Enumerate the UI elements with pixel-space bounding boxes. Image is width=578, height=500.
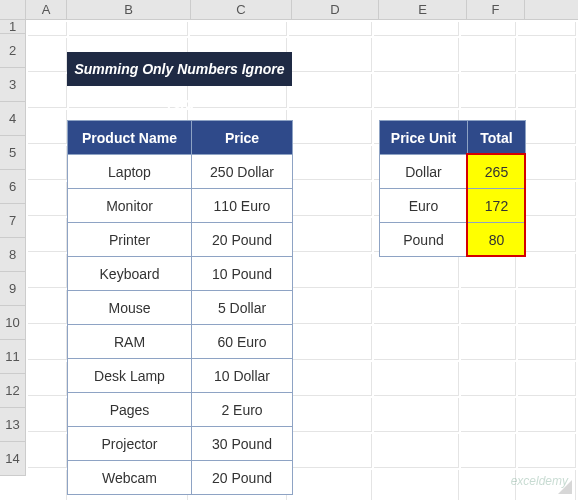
header-unit[interactable]: Price Unit [380, 121, 468, 155]
table-row: Mouse5 Dollar [68, 291, 293, 325]
table-row: Desk Lamp10 Dollar [68, 359, 293, 393]
cell-price[interactable]: 20 Pound [192, 461, 293, 495]
row-header-8[interactable]: 8 [0, 238, 26, 272]
row-header-9[interactable]: 9 [0, 272, 26, 306]
cell-product[interactable]: RAM [68, 325, 192, 359]
row-header-4[interactable]: 4 [0, 102, 26, 136]
cell-product[interactable]: Monitor [68, 189, 192, 223]
cell-price[interactable]: 10 Pound [192, 257, 293, 291]
cell-product[interactable]: Keyboard [68, 257, 192, 291]
cell-price[interactable]: 2 Euro [192, 393, 293, 427]
col-header-C[interactable]: C [191, 0, 292, 19]
col-header-A[interactable]: A [26, 0, 67, 19]
row-header-6[interactable]: 6 [0, 170, 26, 204]
totals-table: Price Unit Total Dollar265 Euro172 Pound… [379, 120, 526, 257]
cell-unit[interactable]: Euro [380, 189, 468, 223]
table-row: RAM60 Euro [68, 325, 293, 359]
row-header-col: 1 2 3 4 5 6 7 8 9 10 11 12 13 14 [0, 20, 26, 476]
spreadsheet-viewport: A B C D E F 1 2 3 4 5 6 7 8 9 10 11 12 1… [0, 0, 578, 500]
table-header-row: Price Unit Total [380, 121, 526, 155]
table-row: Laptop250 Dollar [68, 155, 293, 189]
cell-price[interactable]: 30 Pound [192, 427, 293, 461]
cell-product[interactable]: Printer [68, 223, 192, 257]
row-header-10[interactable]: 10 [0, 306, 26, 340]
cell-product[interactable]: Mouse [68, 291, 192, 325]
col-header-B[interactable]: B [67, 0, 191, 19]
row-header-3[interactable]: 3 [0, 68, 26, 102]
row-header-13[interactable]: 13 [0, 408, 26, 442]
header-price[interactable]: Price [192, 121, 293, 155]
table-row: Euro172 [380, 189, 526, 223]
cell-product[interactable]: Webcam [68, 461, 192, 495]
table-row: Dollar265 [380, 155, 526, 189]
cell-price[interactable]: 10 Dollar [192, 359, 293, 393]
product-price-table: Product Name Price Laptop250 Dollar Moni… [67, 120, 293, 495]
table-row: Pound80 [380, 223, 526, 257]
cell-price[interactable]: 5 Dollar [192, 291, 293, 325]
cell-total[interactable]: 172 [468, 189, 526, 223]
row-header-5[interactable]: 5 [0, 136, 26, 170]
table-row: Pages2 Euro [68, 393, 293, 427]
header-total[interactable]: Total [468, 121, 526, 155]
table-row: Projector30 Pound [68, 427, 293, 461]
row-header-14[interactable]: 14 [0, 442, 26, 476]
select-all-corner[interactable] [0, 0, 26, 19]
col-header-E[interactable]: E [379, 0, 467, 19]
table-row: Monitor110 Euro [68, 189, 293, 223]
cell-price[interactable]: 20 Pound [192, 223, 293, 257]
col-header-D[interactable]: D [292, 0, 379, 19]
cell-product[interactable]: Laptop [68, 155, 192, 189]
cell-unit[interactable]: Pound [380, 223, 468, 257]
cell-total[interactable]: 80 [468, 223, 526, 257]
table-header-row: Product Name Price [68, 121, 293, 155]
cell-price[interactable]: 110 Euro [192, 189, 293, 223]
column-header-row: A B C D E F [0, 0, 578, 20]
cell-total[interactable]: 265 [468, 155, 526, 189]
table-row: Webcam20 Pound [68, 461, 293, 495]
row-header-11[interactable]: 11 [0, 340, 26, 374]
col-header-F[interactable]: F [467, 0, 525, 19]
cell-price[interactable]: 250 Dollar [192, 155, 293, 189]
header-product[interactable]: Product Name [68, 121, 192, 155]
cell-price[interactable]: 60 Euro [192, 325, 293, 359]
row-header-7[interactable]: 7 [0, 204, 26, 238]
row-header-1[interactable]: 1 [0, 20, 26, 34]
table-row: Keyboard10 Pound [68, 257, 293, 291]
cell-product[interactable]: Pages [68, 393, 192, 427]
page-title: Summing Only Numbers Ignore Text [67, 52, 292, 86]
resize-handle-icon [558, 480, 572, 494]
row-header-12[interactable]: 12 [0, 374, 26, 408]
cell-product[interactable]: Desk Lamp [68, 359, 192, 393]
row-header-2[interactable]: 2 [0, 34, 26, 68]
cell-product[interactable]: Projector [68, 427, 192, 461]
table-row: Printer20 Pound [68, 223, 293, 257]
cell-unit[interactable]: Dollar [380, 155, 468, 189]
